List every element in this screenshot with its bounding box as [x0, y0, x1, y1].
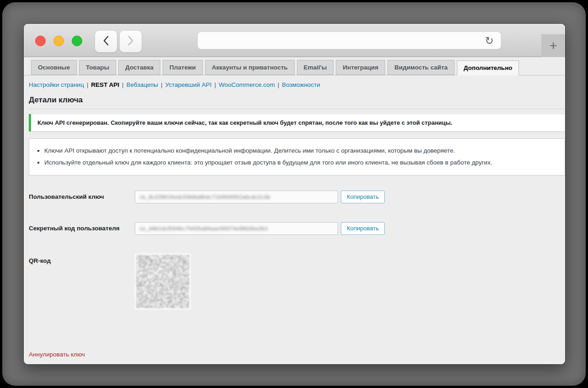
new-tab-button[interactable]: +	[541, 34, 565, 57]
back-button[interactable]	[95, 30, 117, 53]
consumer-key-row: Пользовательский ключ ck_8c228616edc59b8…	[29, 191, 565, 203]
reload-icon[interactable]: ↻	[482, 34, 496, 48]
tip-item: Ключи API открывают доступ к потенциальн…	[44, 145, 556, 157]
api-key-tips-box: Ключи API открывают доступ к потенциальн…	[29, 138, 565, 175]
forward-button[interactable]	[119, 30, 142, 53]
close-window-button[interactable]	[35, 36, 46, 46]
consumer-secret-row: Секретный код пользователя cs_d4b1dcf594…	[29, 222, 565, 235]
settings-tabs: Основные Товары Доставка Платежи Аккаунт…	[24, 57, 565, 75]
consumer-key-label: Пользовательский ключ	[29, 193, 135, 200]
subnav-separator: |	[277, 81, 279, 88]
subnav-separator: |	[161, 81, 163, 88]
subnav-page-setup[interactable]: Настройки страниц	[29, 81, 84, 88]
tab-payments[interactable]: Платежи	[163, 60, 203, 75]
forward-chevron-icon	[127, 35, 134, 48]
qr-code-image	[135, 254, 191, 309]
consumer-key-value: ck_8c228616edc59b8a86dc71b969f952abcdc2c…	[140, 194, 270, 200]
woocommerce-settings-page: Основные Товары Доставка Платежи Аккаунт…	[24, 57, 565, 364]
window-controls	[35, 36, 82, 46]
tab-emails[interactable]: Email'ы	[297, 60, 334, 75]
subnav-separator: |	[214, 81, 216, 88]
address-bar[interactable]: ↻	[197, 32, 501, 49]
tab-integration[interactable]: Интеграция	[336, 60, 385, 75]
revoke-key-link[interactable]: Аннулировать ключ	[29, 351, 85, 358]
consumer-key-field[interactable]: ck_8c228616edc59b8a86dc71b969f952abcdc2c…	[135, 191, 338, 203]
title-divider	[29, 109, 565, 109]
tab-products[interactable]: Товары	[79, 60, 116, 75]
consumer-secret-label: Секретный код пользователя	[29, 225, 135, 232]
key-details-form: Пользовательский ключ ck_8c228616edc59b8…	[29, 191, 565, 309]
key-generated-notice: Ключ API сгенерирован. Скопируйте ваши к…	[29, 114, 565, 132]
copy-consumer-secret-button[interactable]: Копировать	[341, 222, 385, 235]
subsection-nav: Настройки страниц|REST API|Вебзацепы|Уст…	[29, 81, 565, 88]
subnav-separator: |	[87, 81, 89, 88]
nav-buttons	[95, 30, 142, 53]
tab-shipping[interactable]: Доставка	[118, 60, 160, 75]
consumer-secret-field[interactable]: cs_d4b1dcf5946c79435a84aae96974e88d3ba3b…	[135, 222, 338, 235]
address-input[interactable]	[203, 33, 482, 48]
subnav-rest-api-current: REST API	[91, 81, 119, 88]
maximize-window-button[interactable]	[72, 36, 82, 46]
subnav-separator: |	[122, 81, 124, 88]
subnav-features[interactable]: Возможности	[282, 81, 320, 88]
subnav-woocommerce-com[interactable]: WooCommerce.com	[219, 81, 275, 88]
tab-general[interactable]: Основные	[31, 60, 77, 75]
browser-toolbar: ↻ +	[24, 24, 565, 57]
tip-item: Используйте отдельный ключ для каждого к…	[44, 157, 556, 169]
subnav-webhooks[interactable]: Вебзацепы	[126, 81, 158, 88]
back-chevron-icon	[102, 35, 110, 48]
tab-accounts-privacy[interactable]: Аккаунты и приватность	[205, 60, 295, 75]
subnav-legacy-api[interactable]: Устаревший API	[165, 81, 212, 88]
tab-advanced[interactable]: Дополнительно	[457, 60, 519, 75]
minimize-window-button[interactable]	[53, 36, 64, 46]
consumer-secret-value: cs_d4b1dcf5946c79435a84aae96974e88d3ba3b…	[140, 226, 268, 231]
tab-site-visibility[interactable]: Видимость сайта	[387, 60, 455, 75]
qr-code-label: QR-код	[29, 254, 135, 264]
qr-code-row: QR-код	[29, 254, 565, 309]
page-title: Детали ключа	[29, 96, 565, 105]
copy-consumer-key-button[interactable]: Копировать	[341, 191, 385, 203]
browser-window: ↻ + Основные Товары Доставка Платежи Акк…	[24, 24, 565, 364]
